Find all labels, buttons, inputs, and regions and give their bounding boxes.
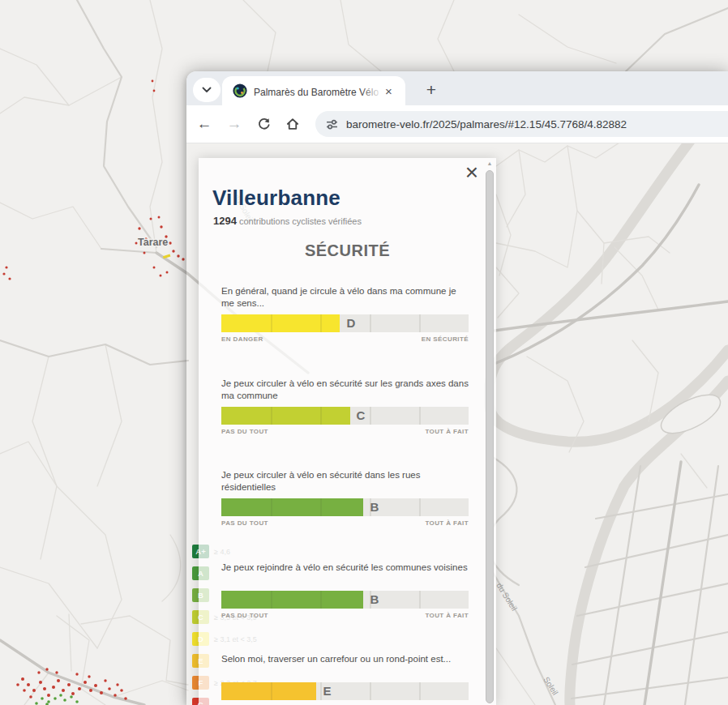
scrollbar-thumb[interactable] [486, 170, 494, 703]
question-text: Je peux circuler à vélo en sécurité dans… [221, 469, 469, 496]
bar-segment-divider [370, 314, 371, 332]
survey-question: Je peux circuler à vélo en sécurité sur … [221, 378, 469, 470]
grade-letter: E [323, 682, 331, 700]
rating-bar-fill [221, 591, 363, 609]
city-detail-panel: × Villeurbanne 1294contributions cyclist… [199, 158, 496, 705]
grade-letter: B [370, 591, 379, 609]
survey-question: Je peux rejoindre à vélo en sécurité les… [221, 562, 469, 654]
rating-bar-fill [221, 407, 350, 425]
questions-list: En général, quand je circule à vélo dans… [221, 285, 469, 705]
bar-max-label: EN SÉCURITÉ [422, 335, 469, 343]
contributions-count: 1294 [213, 215, 237, 227]
rating-bar-fill [221, 682, 316, 700]
bar-max-label: TOUT À FAIT [425, 612, 469, 619]
bar-segment-divider [419, 591, 421, 609]
rating-bar: C [221, 407, 469, 425]
bar-segment-divider [271, 591, 272, 609]
rating-bar: B [221, 498, 469, 516]
bar-segment-divider [419, 407, 421, 425]
question-text: En général, quand je circule à vélo dans… [221, 285, 469, 312]
bar-segment-divider [271, 498, 272, 516]
scroll-up-icon[interactable]: ▲ [484, 160, 495, 166]
grade-letter: D [346, 314, 355, 332]
bar-max-label: TOUT À FAIT [425, 519, 469, 527]
contributions-label: contributions cyclistes vérifiées [239, 216, 362, 226]
bar-scale-labels: PAS DU TOUT TOUT À FAIT [221, 519, 469, 527]
grade-letter: B [370, 498, 379, 516]
rating-bar-fill [221, 314, 340, 332]
bar-segment-divider [370, 407, 371, 425]
bar-scale-labels: PAS DU TOUT TOUT À FAIT [221, 612, 469, 619]
bar-segment-divider [320, 591, 322, 609]
survey-question: En général, quand je circule à vélo dans… [221, 285, 469, 378]
bar-min-label: PAS DU TOUT [221, 519, 268, 527]
bar-segment-divider [320, 407, 322, 425]
survey-question: Selon moi, traverser un carrefour ou un … [221, 653, 469, 705]
bar-scale-labels: PAS DU TOUT TOUT À FAIT [221, 428, 469, 435]
bar-min-label: PAS DU TOUT [221, 612, 268, 619]
question-text: Je peux rejoindre à vélo en sécurité les… [221, 562, 469, 588]
bar-segment-divider [419, 498, 421, 516]
bar-scale-labels: EN DANGER EN SÉCURITÉ [221, 335, 469, 343]
rating-bar: B [221, 591, 469, 609]
bar-segment-divider [370, 682, 371, 700]
page-title: Villeurbanne [212, 186, 340, 211]
bar-segment-divider [271, 314, 272, 332]
rating-bar-fill [221, 498, 363, 516]
bar-segment-divider [419, 682, 421, 700]
survey-question: Je peux circuler à vélo en sécurité dans… [221, 469, 469, 562]
bar-segment-divider [271, 407, 272, 425]
rating-bar: E [221, 682, 469, 700]
bar-min-label: EN DANGER [221, 335, 263, 343]
bar-max-label: TOUT À FAIT [425, 428, 469, 435]
bar-min-label: PAS DU TOUT [221, 428, 268, 435]
bar-segment-divider [271, 682, 272, 700]
contributions-line: 1294contributions cyclistes vérifiées [213, 213, 362, 228]
question-text: Je peux circuler à vélo en sécurité sur … [221, 378, 469, 404]
rating-bar: D [221, 314, 469, 332]
grade-letter: C [357, 407, 366, 425]
bar-segment-divider [320, 498, 322, 516]
question-text: Selon moi, traverser un carrefour ou un … [221, 653, 469, 680]
bar-segment-divider [419, 314, 421, 332]
panel-scrollbar[interactable]: ▲ [484, 158, 495, 705]
bar-segment-divider [320, 314, 322, 332]
bar-segment-divider [320, 682, 322, 700]
town-label: Tarare [138, 237, 168, 248]
close-icon[interactable]: × [465, 161, 478, 184]
section-title: SÉCURITÉ [199, 241, 496, 260]
